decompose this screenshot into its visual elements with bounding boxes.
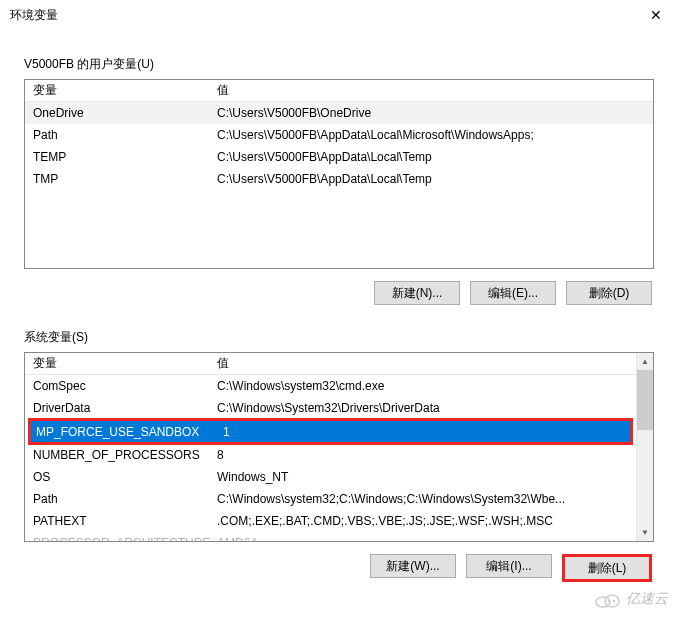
user-vars-label: V5000FB 的用户变量(U) [24, 56, 654, 73]
system-vars-buttons: 新建(W)... 编辑(I)... 删除(L) [24, 554, 654, 582]
user-vars-header: 变量 值 [25, 80, 653, 102]
scrollbar[interactable]: ▲ ▼ [636, 353, 653, 541]
dialog-content: V5000FB 的用户变量(U) 变量 值 OneDrive C:\Users\… [0, 30, 678, 602]
table-row[interactable]: Path C:\Windows\system32;C:\Windows;C:\W… [25, 488, 636, 510]
window-title: 环境变量 [10, 7, 58, 24]
col-header-name[interactable]: 变量 [25, 355, 211, 372]
new-system-var-button[interactable]: 新建(W)... [370, 554, 456, 578]
table-row[interactable]: Path C:\Users\V5000FB\AppData\Local\Micr… [25, 124, 653, 146]
col-header-name[interactable]: 变量 [25, 82, 211, 99]
close-button[interactable]: ✕ [633, 0, 678, 30]
table-row[interactable]: OS Windows_NT [25, 466, 636, 488]
svg-point-2 [608, 600, 611, 603]
new-user-var-button[interactable]: 新建(N)... [374, 281, 460, 305]
close-icon: ✕ [650, 7, 662, 23]
table-row[interactable]: TEMP C:\Users\V5000FB\AppData\Local\Temp [25, 146, 653, 168]
scroll-down-icon[interactable]: ▼ [637, 524, 653, 541]
edit-system-var-button[interactable]: 编辑(I)... [466, 554, 552, 578]
table-row[interactable]: DriverData C:\Windows\System32\Drivers\D… [25, 397, 636, 419]
table-row[interactable]: ComSpec C:\Windows\system32\cmd.exe [25, 375, 636, 397]
system-vars-label: 系统变量(S) [24, 329, 654, 346]
svg-point-1 [605, 595, 619, 607]
user-vars-buttons: 新建(N)... 编辑(E)... 删除(D) [24, 281, 654, 305]
highlighted-row-frame: MP_FORCE_USE_SANDBOX 1 [28, 418, 633, 445]
table-row[interactable]: PROCESSOR_ARCHITECTURE AMD64 [25, 532, 636, 541]
table-row[interactable]: PATHEXT .COM;.EXE;.BAT;.CMD;.VBS;.VBE;.J… [25, 510, 636, 532]
table-row[interactable]: MP_FORCE_USE_SANDBOX 1 [31, 421, 630, 442]
table-row[interactable]: OneDrive C:\Users\V5000FB\OneDrive [25, 102, 653, 124]
col-header-value[interactable]: 值 [211, 82, 653, 99]
cloud-icon [594, 590, 620, 608]
table-row[interactable]: TMP C:\Users\V5000FB\AppData\Local\Temp [25, 168, 653, 190]
scroll-thumb[interactable] [637, 370, 653, 430]
delete-user-var-button[interactable]: 删除(D) [566, 281, 652, 305]
user-vars-listbox[interactable]: 变量 值 OneDrive C:\Users\V5000FB\OneDrive … [24, 79, 654, 269]
table-row[interactable]: NUMBER_OF_PROCESSORS 8 [25, 444, 636, 466]
delete-system-var-button[interactable]: 删除(L) [562, 554, 652, 582]
scroll-track[interactable] [637, 430, 653, 524]
watermark: 亿速云 [594, 590, 668, 608]
system-vars-listbox[interactable]: 变量 值 ComSpec C:\Windows\system32\cmd.exe… [24, 352, 654, 542]
titlebar: 环境变量 ✕ [0, 0, 678, 30]
scroll-up-icon[interactable]: ▲ [637, 353, 653, 370]
svg-point-3 [613, 600, 616, 603]
watermark-text: 亿速云 [626, 590, 668, 608]
col-header-value[interactable]: 值 [211, 355, 636, 372]
system-vars-header: 变量 值 [25, 353, 636, 375]
edit-user-var-button[interactable]: 编辑(E)... [470, 281, 556, 305]
